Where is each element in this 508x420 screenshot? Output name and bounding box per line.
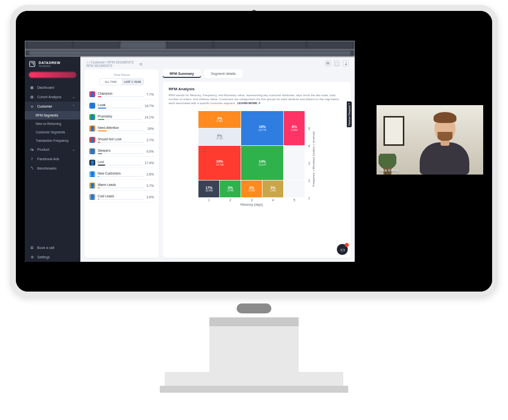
segment-pct: 3.4%: [146, 195, 154, 199]
segment-item[interactable]: 👤Cold Leads3.4%: [88, 192, 155, 202]
panel-heading: RFM Analysis: [169, 87, 345, 91]
segment-item[interactable]: 👤Warm Leads3.7%: [88, 180, 155, 191]
toolbar-fullscreen-button[interactable]: ⬚: [334, 60, 340, 66]
brand-tagline: Analytics: [39, 64, 61, 67]
user-icon: ☺: [30, 104, 34, 109]
segment-icon: 👤: [89, 137, 95, 143]
grid-icon: ▦: [30, 85, 34, 90]
nav-dashboard[interactable]: ▦Dashboard: [25, 83, 80, 92]
monitor-base: [165, 372, 343, 387]
segment-pct: 3.7%: [146, 184, 154, 187]
nav-customer-segments[interactable]: Customer Segments: [25, 128, 80, 136]
monitor-home-button: [237, 303, 271, 313]
rfm-panel: Feature Request ? RFM Analysis RFM stand…: [163, 82, 351, 258]
nav-facebook-ads[interactable]: fFacebook Ads: [25, 154, 80, 164]
nav-product[interactable]: 🛍Product⌄: [25, 145, 80, 154]
presenter-name: Nick Ewing: [380, 168, 399, 173]
y-axis-label: Frequency + Monetary (orders + revenue): [312, 131, 315, 186]
nav-transaction-frequency[interactable]: Transaction Frequency: [25, 136, 80, 145]
monitor-frame: DATADREW Analytics ▦Dashboard ▤Cohort An…: [10, 5, 498, 298]
segment-icon: 👤: [89, 103, 95, 109]
brand-logo-icon: [29, 60, 36, 68]
chat-fab[interactable]: ▭: [337, 244, 348, 255]
toolbar-right: ⧉ ⬚ ⤓: [325, 60, 349, 66]
segment-icon: 👤: [89, 194, 95, 200]
chevron-up-icon: ⌃: [72, 104, 75, 109]
feature-request-tab[interactable]: Feature Request ?: [347, 102, 352, 127]
nav-benchmarks[interactable]: 〽Benchmarks: [25, 164, 80, 173]
time-all[interactable]: ALL TIME: [100, 79, 122, 85]
calendar-icon: 🗓: [30, 245, 34, 250]
facebook-icon: f: [30, 157, 34, 161]
segment-pct: 9.5%: [146, 150, 154, 153]
tab-segment-details[interactable]: Segment details: [204, 69, 243, 78]
browser-window: DATADREW Analytics ▦Dashboard ▤Cohort An…: [25, 41, 355, 262]
chevron-down-icon: ⌄: [72, 147, 75, 152]
segment-name: New Customers: [98, 172, 144, 175]
sidebar-collapse-button[interactable]: ≡: [137, 60, 144, 67]
nav-rfm-segments[interactable]: RFM Segments: [25, 111, 80, 120]
nav-new-vs-returning[interactable]: New vs Returning: [25, 120, 80, 128]
segment-name: Promising: [98, 115, 142, 118]
brand-name: DATADREW: [39, 61, 61, 64]
nav-settings[interactable]: ⚙Settings: [25, 252, 80, 262]
nav-cohort[interactable]: ▤Cohort Analysis⌄: [25, 92, 80, 102]
segment-icon: 👤: [89, 114, 95, 120]
browser-address-bar[interactable]: [25, 50, 355, 57]
segment-icon: 👤: [89, 91, 95, 97]
segment-name: Lost: [98, 160, 142, 164]
segment-icon: 👤: [89, 125, 95, 131]
toolbar-copy-button[interactable]: ⧉: [325, 60, 331, 66]
segment-item[interactable]: 👤Champion7.7%: [88, 89, 155, 100]
brand: DATADREW Analytics: [25, 57, 80, 70]
segment-item[interactable]: 👤Should Not Lose3.7%: [88, 135, 155, 145]
breadcrumb: ⌂ / Customer / RFM SEGMENTS: [86, 60, 133, 64]
breadcrumb-customer[interactable]: Customer: [91, 60, 105, 64]
webcam-tile[interactable]: Nick Ewing: [377, 105, 483, 175]
segment-item[interactable]: 👤Lost17.4%: [88, 158, 155, 168]
segment-item[interactable]: 👤Promising14.1%: [88, 112, 155, 122]
segment-item[interactable]: 👤New Customers2.8%: [88, 169, 155, 180]
segment-pct: 17.4%: [145, 161, 154, 165]
user-chip[interactable]: [29, 72, 76, 78]
app-sidebar: DATADREW Analytics ▦Dashboard ▤Cohort An…: [25, 57, 80, 262]
learn-more-link[interactable]: LEARN MORE ↗: [237, 102, 260, 105]
screen: DATADREW Analytics ▦Dashboard ▤Cohort An…: [16, 11, 492, 292]
segment-pct: 19%: [147, 127, 154, 130]
x-ticks: 12345: [198, 198, 305, 202]
tab-rfm-summary[interactable]: RFM Summary: [163, 69, 201, 78]
page-title: RFM SEGMENTS: [86, 64, 133, 67]
segment-pct: 18.7%: [145, 104, 154, 108]
segment-item[interactable]: 👤Loyal18.7%: [88, 101, 155, 111]
segment-name: Sleepers: [98, 149, 144, 152]
heatmap-grid: 4%2,890 19%12,774 8%5,593 9%6,725 19%13,…: [198, 111, 305, 197]
tabs: RFM Summary Segment details: [163, 69, 351, 78]
presenter-figure: [415, 115, 474, 175]
table-icon: ▤: [30, 95, 34, 99]
gear-icon: ⚙: [30, 255, 34, 259]
y-ticks: 54321: [308, 120, 310, 206]
browser-tabstrip[interactable]: [25, 41, 355, 50]
x-axis-label: Recency (days): [241, 203, 263, 206]
chart-icon: 〽: [30, 166, 34, 171]
segment-name: Should Not Lose: [98, 137, 144, 141]
segments-card: Time Period ALL TIME LAST 1 YEAR 👤Champi…: [84, 69, 159, 258]
segment-icon: 👤: [89, 182, 95, 188]
segment-name: Champion: [98, 92, 144, 95]
segment-item[interactable]: 👤Sleepers9.5%: [88, 146, 155, 157]
segment-pct: 2.8%: [146, 173, 154, 176]
nav-customer[interactable]: ☺Customer⌃: [25, 102, 80, 111]
video-region: Nick Ewing: [355, 41, 483, 262]
segment-icon: 👤: [89, 171, 95, 177]
segment-name: Cold Leads: [98, 194, 144, 198]
segment-item[interactable]: 👤Need Attention19%: [88, 123, 155, 134]
nav-book-call[interactable]: 🗓Book a call: [25, 243, 80, 252]
segment-icon: 👤: [89, 148, 95, 154]
time-period-toggle[interactable]: ALL TIME LAST 1 YEAR: [99, 78, 144, 85]
segment-list: 👤Champion7.7%👤Loyal18.7%👤Promising14.1%👤…: [88, 89, 155, 202]
toolbar-download-button[interactable]: ⤓: [343, 60, 349, 66]
main-area: ⌂ / Customer / RFM SEGMENTS RFM SEGMENTS…: [80, 57, 355, 262]
time-last-year[interactable]: LAST 1 YEAR: [122, 79, 143, 85]
segment-name: Loyal: [98, 103, 142, 107]
breadcrumb-home-icon[interactable]: ⌂: [86, 60, 88, 64]
